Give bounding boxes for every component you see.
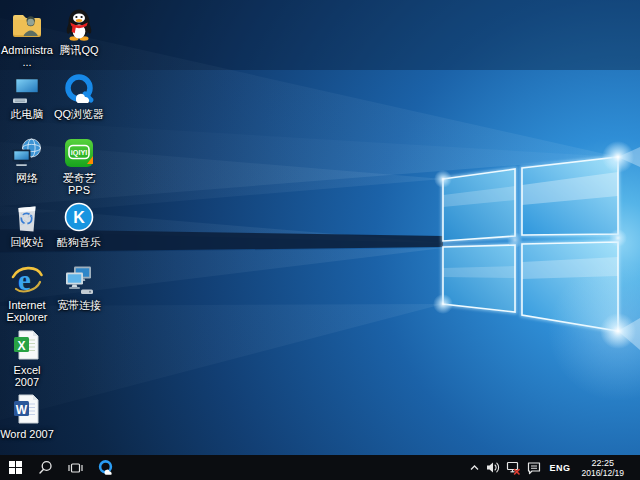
kugou-music-icon: K [62, 200, 96, 234]
desktop-icon-qq-browser[interactable]: QQ浏览器 [52, 72, 106, 120]
taskbar: ENG 22:25 2016/12/19 [0, 455, 640, 480]
svg-text:K: K [73, 209, 85, 226]
icon-label: Administra... [0, 44, 54, 68]
svg-text:iQIYI: iQIYI [71, 148, 87, 157]
icon-label: QQ浏览器 [54, 108, 104, 120]
desktop-icon-kugou-music[interactable]: K 酷狗音乐 [52, 200, 106, 248]
iqiyi-pps-icon: iQIYI [62, 136, 96, 170]
search-button[interactable] [30, 455, 60, 480]
user-folder-icon [10, 8, 44, 42]
volume-button[interactable] [486, 455, 500, 480]
desktop[interactable]: Administra... 腾讯QQ [0, 0, 640, 455]
this-pc-icon [10, 72, 44, 106]
clock[interactable]: 22:25 2016/12/19 [578, 458, 627, 478]
icon-label: 网络 [16, 172, 38, 184]
recycle-bin-icon [10, 200, 44, 234]
windows-10-desktop-screen: Administra... 腾讯QQ [0, 0, 640, 480]
svg-text:X: X [17, 339, 25, 353]
desktop-icon-iqiyi-pps[interactable]: iQIYI 爱奇艺PPS [52, 136, 106, 196]
tray-overflow-button[interactable] [469, 455, 480, 480]
word-icon: W [10, 392, 44, 426]
desktop-icon-broadband-connection[interactable]: 宽带连接 [52, 263, 106, 311]
windows-logo-icon [9, 461, 22, 474]
icon-label: 腾讯QQ [59, 44, 98, 56]
chevron-up-icon [469, 462, 480, 473]
system-tray: ENG 22:25 2016/12/19 [469, 455, 640, 480]
icon-label: 酷狗音乐 [57, 236, 101, 248]
network-disconnected-icon [506, 461, 521, 475]
icon-label: Internet Explorer [0, 299, 54, 323]
desktop-icon-this-pc[interactable]: 此电脑 [0, 72, 54, 120]
icon-label: 爱奇艺PPS [52, 172, 106, 196]
qq-browser-icon [62, 72, 96, 106]
network-status-button[interactable] [506, 455, 521, 480]
notification-bubble-icon [527, 461, 541, 475]
svg-text:W: W [16, 403, 28, 417]
excel-icon: X [10, 328, 44, 362]
internet-explorer-icon: e [10, 263, 44, 297]
task-view-button[interactable] [60, 455, 90, 480]
qq-penguin-icon [62, 8, 96, 42]
icon-label: 此电脑 [11, 108, 44, 120]
desktop-icon-recycle-bin[interactable]: 回收站 [0, 200, 54, 248]
desktop-icon-excel-2007[interactable]: X Excel 2007 [0, 328, 54, 388]
language-indicator[interactable]: ENG [547, 463, 572, 473]
desktop-icon-administrator[interactable]: Administra... [0, 8, 54, 68]
qq-browser-icon [97, 459, 114, 476]
desktop-icon-network[interactable]: 网络 [0, 136, 54, 184]
icon-label: 宽带连接 [57, 299, 101, 311]
start-button[interactable] [0, 455, 30, 480]
task-view-icon [67, 461, 84, 475]
search-icon [38, 460, 53, 475]
clock-time: 22:25 [581, 458, 624, 468]
taskbar-qq-browser-button[interactable] [90, 455, 120, 480]
speaker-icon [486, 461, 500, 474]
icon-label: Excel 2007 [0, 364, 54, 388]
action-center-button[interactable] [527, 455, 541, 480]
clock-date: 2016/12/19 [581, 468, 624, 478]
desktop-icon-word-2007[interactable]: W Word 2007 [0, 392, 54, 440]
network-globe-icon [10, 136, 44, 170]
icon-label: 回收站 [11, 236, 44, 248]
desktop-icon-internet-explorer[interactable]: e Internet Explorer [0, 263, 54, 323]
desktop-icon-tencent-qq[interactable]: 腾讯QQ [52, 8, 106, 56]
icon-label: Word 2007 [0, 428, 54, 440]
broadband-connection-icon [62, 263, 96, 297]
